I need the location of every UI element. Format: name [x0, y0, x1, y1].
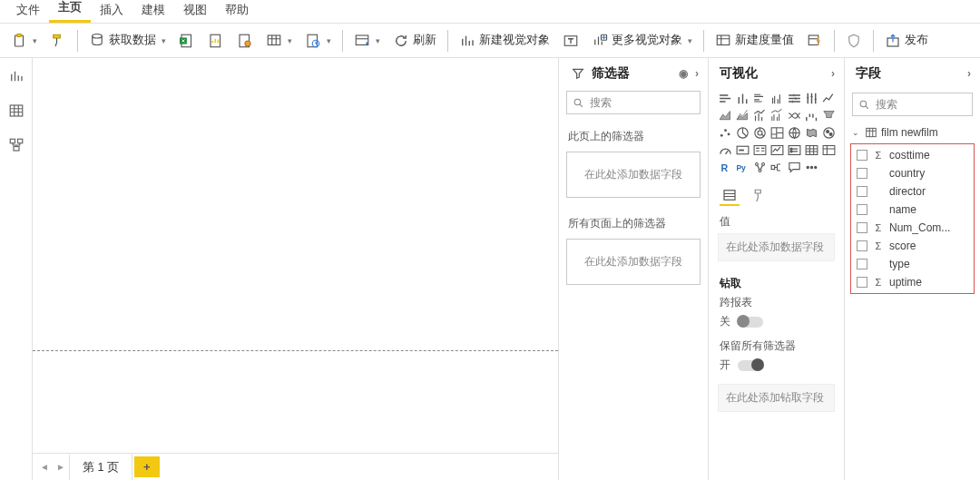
transform-button[interactable] — [348, 30, 386, 52]
viz-line-stacked[interactable] — [752, 108, 768, 123]
viz-table[interactable] — [804, 142, 819, 158]
viz-py[interactable]: Py — [735, 160, 750, 175]
viz-clustered-column[interactable] — [769, 91, 785, 106]
viz-100-bar[interactable] — [787, 91, 802, 106]
tab-home[interactable]: 主页 — [49, 0, 91, 23]
report-canvas[interactable] — [33, 58, 558, 453]
pbi-source-button[interactable] — [202, 30, 230, 52]
recent-sources-button[interactable] — [299, 30, 337, 52]
fields-title: 字段 — [856, 65, 881, 82]
filters-search[interactable]: 搜索 — [566, 91, 701, 114]
paste-button[interactable] — [5, 30, 43, 52]
viz-value-well[interactable]: 在此处添加数据字段 — [718, 233, 835, 261]
sql-source-button[interactable] — [231, 30, 259, 52]
viz-treemap[interactable] — [769, 125, 785, 141]
page-next[interactable]: ► — [53, 462, 69, 472]
viz-line-clustered[interactable] — [769, 108, 785, 123]
text-box-button[interactable] — [557, 30, 584, 52]
field-costtime[interactable]: Σcosttime — [851, 146, 974, 164]
viz-keep-toggle[interactable]: 开 — [709, 356, 844, 382]
tab-file[interactable]: 文件 — [7, 0, 49, 23]
tab-insert[interactable]: 插入 — [91, 0, 132, 23]
field-uptime[interactable]: Σuptime — [851, 273, 974, 291]
new-measure-button[interactable]: 新建度量值 — [710, 30, 799, 52]
viz-cross-toggle[interactable]: 关 — [709, 312, 844, 338]
excel-source-button[interactable] — [173, 30, 201, 52]
viz-card[interactable] — [735, 142, 750, 158]
filters-visibility-icon[interactable]: ◉ — [679, 67, 688, 80]
svg-point-32 — [829, 133, 832, 136]
new-visual-label: 新建视觉对象 — [479, 33, 550, 48]
viz-drill-well[interactable]: 在此处添加钻取字段 — [718, 384, 835, 412]
sensitivity-button[interactable] — [840, 30, 867, 52]
viz-area[interactable] — [718, 108, 733, 123]
viz-r[interactable]: R — [718, 160, 733, 175]
viz-multi-card[interactable] — [752, 142, 768, 158]
viz-scatter[interactable] — [718, 125, 733, 141]
data-view-icon[interactable] — [7, 102, 25, 120]
viz-clustered-bar[interactable] — [752, 91, 768, 106]
viz-stacked-area[interactable] — [735, 108, 750, 123]
menu-bar: 文件 主页 插入 建模 视图 帮助 — [0, 0, 980, 24]
viz-qa[interactable] — [787, 160, 802, 175]
filters-all-drop[interactable]: 在此处添加数据字段 — [566, 239, 701, 285]
model-view-icon[interactable] — [7, 136, 25, 154]
more-visuals-button[interactable]: 更多视觉对象 — [586, 30, 698, 52]
fields-collapse-icon[interactable]: › — [967, 67, 971, 80]
svg-point-24 — [728, 133, 730, 136]
tab-view[interactable]: 视图 — [174, 0, 216, 23]
quick-measure-button[interactable] — [801, 30, 828, 52]
viz-fields-tab[interactable] — [720, 186, 740, 206]
page-add[interactable]: + — [134, 456, 160, 477]
refresh-button[interactable]: 刷新 — [387, 30, 442, 52]
svg-rect-46 — [771, 165, 775, 169]
viz-collapse-icon[interactable]: › — [831, 67, 835, 80]
viz-matrix[interactable] — [821, 142, 837, 158]
enter-data-button[interactable] — [260, 30, 298, 52]
viz-stacked-column[interactable] — [735, 91, 750, 106]
field-country[interactable]: country — [851, 164, 974, 182]
chevron-down-icon: ⌄ — [852, 128, 861, 137]
viz-field-format-tabs — [709, 181, 844, 207]
viz-filled-map[interactable] — [804, 125, 819, 141]
sensitivity-icon — [846, 33, 862, 49]
format-painter-button[interactable] — [44, 30, 72, 52]
svg-rect-1 — [17, 34, 22, 36]
viz-funnel[interactable] — [821, 108, 837, 123]
field-num-com[interactable]: ΣNum_Com... — [851, 219, 974, 237]
field-score[interactable]: Σscore — [851, 237, 974, 255]
get-data-button[interactable]: 获取数据 — [83, 30, 172, 52]
viz-map[interactable] — [787, 125, 802, 141]
viz-waterfall[interactable] — [804, 108, 819, 123]
viz-shape-map[interactable] — [821, 125, 837, 141]
field-type[interactable]: type — [851, 255, 974, 273]
viz-key-influencers[interactable] — [752, 160, 768, 175]
viz-format-tab[interactable] — [749, 186, 769, 206]
viz-gauge[interactable] — [718, 142, 733, 158]
viz-stacked-bar[interactable] — [718, 91, 733, 106]
filters-page-drop[interactable]: 在此处添加数据字段 — [566, 152, 701, 198]
fields-search[interactable]: 搜索 — [852, 93, 973, 116]
page-tab-1[interactable]: 第 1 页 — [69, 454, 132, 480]
tab-help[interactable]: 帮助 — [216, 0, 258, 23]
new-visual-button[interactable]: 新建视觉对象 — [454, 30, 555, 52]
report-view-icon[interactable] — [7, 67, 25, 85]
svg-point-51 — [860, 101, 867, 107]
field-name[interactable]: name — [851, 201, 974, 219]
viz-pie[interactable] — [735, 125, 750, 141]
viz-line[interactable] — [821, 91, 837, 106]
viz-ribbon[interactable] — [787, 108, 802, 123]
viz-kpi[interactable] — [769, 142, 785, 158]
svg-point-31 — [827, 131, 829, 133]
filters-collapse-icon[interactable]: › — [695, 67, 699, 80]
viz-100-column[interactable] — [804, 91, 819, 106]
page-prev[interactable]: ◄ — [36, 462, 53, 472]
fields-table-row[interactable]: ⌄ film newfilm — [845, 123, 980, 142]
viz-donut[interactable] — [752, 125, 768, 141]
viz-decomposition[interactable] — [769, 160, 785, 175]
field-director[interactable]: director — [851, 182, 974, 201]
viz-get-more[interactable] — [804, 160, 819, 175]
publish-button[interactable]: 发布 — [879, 30, 934, 52]
tab-model[interactable]: 建模 — [132, 0, 174, 23]
viz-slicer[interactable] — [787, 142, 802, 158]
